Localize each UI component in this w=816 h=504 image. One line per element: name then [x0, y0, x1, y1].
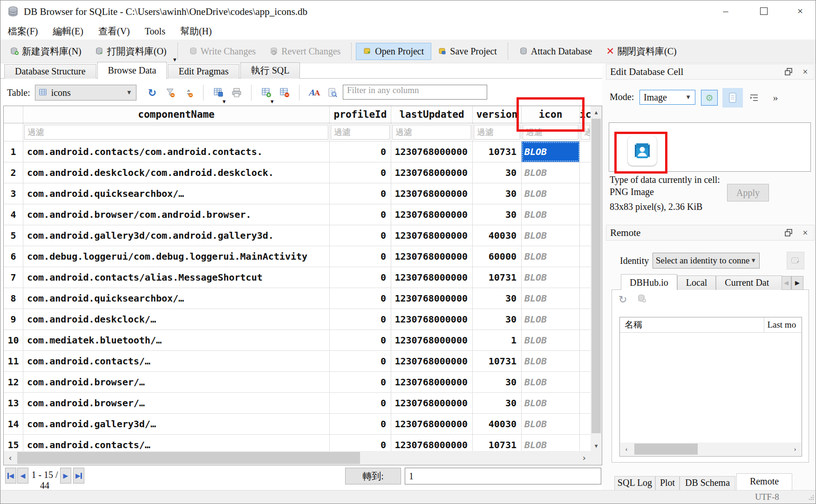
- save-table-button[interactable]: ▼: [213, 87, 224, 98]
- cell-profileId[interactable]: 0: [330, 414, 391, 434]
- goto-button[interactable]: 轉到:: [345, 468, 401, 484]
- filter-input-profileId[interactable]: 過濾: [331, 125, 390, 140]
- cell-profileId[interactable]: 0: [330, 330, 391, 350]
- cell-icon-blob[interactable]: BLOB: [522, 414, 580, 434]
- cell-lastUpdated[interactable]: 1230768000000: [391, 288, 473, 309]
- cell-version[interactable]: 10731: [473, 351, 522, 371]
- filter-any-column-input[interactable]: Filter in any column: [343, 85, 487, 100]
- cell-lastUpdated[interactable]: 1230768000000: [391, 372, 473, 392]
- minimize-button[interactable]: –: [718, 4, 734, 18]
- cell-version[interactable]: 30: [473, 288, 522, 309]
- cell-lastUpdated[interactable]: 1230768000000: [391, 204, 473, 225]
- remote-horizontal-scrollbar[interactable]: ‹ ›: [620, 443, 801, 456]
- prev-page-button[interactable]: ◀: [17, 468, 28, 484]
- cell-icon-blob[interactable]: BLOB: [522, 246, 580, 267]
- open-database-dropdown-arrow[interactable]: ▼: [172, 57, 177, 62]
- cell-version[interactable]: 60000: [473, 246, 522, 267]
- column-header-lastUpdated[interactable]: lastUpdated: [391, 106, 473, 123]
- cell-componentName[interactable]: com.android.deskclock/com.android.deskcl…: [23, 162, 330, 183]
- cell-icon-blob[interactable]: BLOB: [522, 288, 580, 309]
- scroll-right-icon[interactable]: ›: [789, 443, 801, 456]
- revert-changes-button[interactable]: Revert Changes: [263, 43, 347, 60]
- identity-select[interactable]: Select an identity to conne ▼: [653, 253, 760, 269]
- corner-header-cell[interactable]: [4, 106, 23, 123]
- word-wrap-button[interactable]: [748, 91, 761, 105]
- tab-db-schema[interactable]: DB Schema: [680, 476, 735, 490]
- mode-select[interactable]: Image ▼: [639, 90, 695, 105]
- tab-sql-log[interactable]: SQL Log: [614, 476, 655, 490]
- table-row[interactable]: 5com.android.gallery3d/com.android.galle…: [4, 225, 602, 246]
- cell-componentName[interactable]: com.android.gallery3d/com.android.galler…: [23, 225, 330, 246]
- cell-componentName[interactable]: com.android.quicksearchbox/…: [23, 288, 330, 309]
- cell-version[interactable]: 1: [473, 330, 522, 350]
- scroll-down-icon[interactable]: ▼: [591, 440, 602, 452]
- insert-record-button[interactable]: ▼: [261, 87, 272, 98]
- vertical-scrollbar[interactable]: ▲ ▼: [591, 106, 602, 452]
- cell-profileId[interactable]: 0: [330, 267, 391, 288]
- cell-lastUpdated[interactable]: 1230768000000: [391, 351, 473, 371]
- cell-profileId[interactable]: 0: [330, 372, 391, 392]
- cell-version[interactable]: 10731: [473, 141, 522, 162]
- table-row[interactable]: 12com.android.browser/…0123076800000030B…: [4, 372, 602, 393]
- close-panel-icon[interactable]: ×: [800, 228, 810, 238]
- cell-version[interactable]: 10731: [473, 267, 522, 288]
- cell-lastUpdated[interactable]: 1230768000000: [391, 183, 473, 204]
- tab-remote[interactable]: Remote: [736, 473, 792, 490]
- cell-icon-blob[interactable]: BLOB: [522, 204, 580, 225]
- column-header-version[interactable]: version: [473, 106, 522, 123]
- cell-icon-blob[interactable]: BLOB: [522, 267, 580, 288]
- cell-profileId[interactable]: 0: [330, 246, 391, 267]
- cell-profileId[interactable]: 0: [330, 204, 391, 225]
- cell-icon-blob[interactable]: BLOB: [522, 372, 580, 392]
- scroll-right-icon[interactable]: ›: [578, 451, 591, 465]
- table-row[interactable]: 8com.android.quicksearchbox/…01230768000…: [4, 288, 602, 309]
- tab-execute-sql[interactable]: 執行 SQL: [240, 62, 300, 79]
- scroll-left-icon[interactable]: ‹: [4, 451, 17, 465]
- remote-scroll-thumb[interactable]: [634, 444, 698, 455]
- cell-profileId[interactable]: 0: [330, 288, 391, 309]
- cell-componentName[interactable]: com.android.deskclock/…: [23, 309, 330, 329]
- float-panel-icon[interactable]: [783, 67, 794, 77]
- cell-componentName[interactable]: com.android.browser/…: [23, 372, 330, 392]
- horizontal-scroll-thumb[interactable]: [17, 452, 360, 464]
- cell-icon-blob[interactable]: BLOB: [522, 309, 580, 329]
- maximize-button[interactable]: [756, 4, 772, 18]
- vertical-scroll-thumb[interactable]: [592, 119, 601, 433]
- new-database-button[interactable]: 新建資料庫(N): [3, 42, 88, 60]
- cell-profileId[interactable]: 0: [330, 141, 391, 162]
- refresh-button[interactable]: ↻: [147, 87, 158, 98]
- cell-componentName[interactable]: com.android.quicksearchbox/…: [23, 183, 330, 204]
- cell-profileId[interactable]: 0: [330, 183, 391, 204]
- table-row[interactable]: 11com.android.contacts/…0123076800000010…: [4, 351, 602, 372]
- cell-icon-blob[interactable]: BLOB: [522, 141, 580, 162]
- scroll-left-icon[interactable]: ‹: [620, 443, 632, 456]
- cell-componentName[interactable]: com.android.gallery3d/…: [23, 414, 330, 434]
- close-button[interactable]: ×: [792, 4, 808, 18]
- filter-input-lastUpdated[interactable]: 過濾: [392, 125, 471, 140]
- cell-version[interactable]: 30: [473, 183, 522, 204]
- cell-lastUpdated[interactable]: 1230768000000: [391, 141, 473, 162]
- save-table-dropdown-arrow[interactable]: ▼: [222, 99, 227, 104]
- attach-database-button[interactable]: Attach Database: [512, 43, 599, 60]
- insert-record-dropdown-arrow[interactable]: ▼: [270, 99, 275, 104]
- horizontal-scrollbar[interactable]: ‹ ›: [4, 451, 602, 465]
- goto-input[interactable]: 1: [405, 468, 601, 484]
- table-row[interactable]: 6com.debug.loggerui/com.debug.loggerui.M…: [4, 246, 602, 267]
- cell-version[interactable]: 30: [473, 204, 522, 225]
- tab-plot[interactable]: Plot: [655, 476, 680, 490]
- tab-browse-data[interactable]: Browse Data: [97, 62, 167, 79]
- menu-file[interactable]: 檔案(F): [0, 24, 45, 39]
- cell-componentName[interactable]: com.android.contacts/…: [23, 351, 330, 371]
- text-mode-button[interactable]: [722, 88, 743, 108]
- remote-column-last-modified[interactable]: Last mo: [764, 320, 802, 330]
- cell-lastUpdated[interactable]: 1230768000000: [391, 309, 473, 329]
- first-page-button[interactable]: ◀: [5, 468, 16, 484]
- cell-profileId[interactable]: 0: [330, 225, 391, 246]
- menu-help[interactable]: 幫助(H): [173, 24, 219, 39]
- table-row[interactable]: 10com.mediatek.bluetooth/…01230768000000…: [4, 330, 602, 351]
- cell-lastUpdated[interactable]: 1230768000000: [391, 225, 473, 246]
- clear-filters-button[interactable]: [165, 87, 176, 98]
- import-certificate-button[interactable]: [787, 252, 804, 269]
- cell-version[interactable]: 30: [473, 162, 522, 183]
- menu-view[interactable]: 查看(V): [91, 24, 137, 39]
